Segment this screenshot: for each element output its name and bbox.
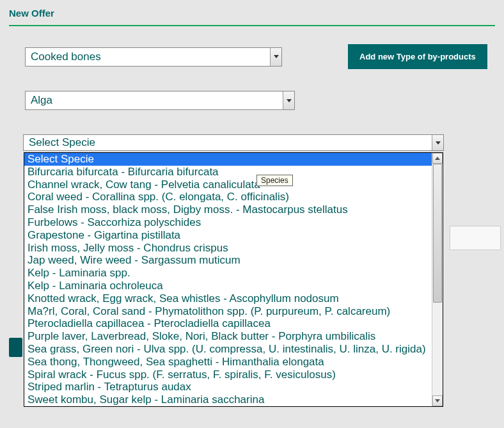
byproduct-type-select[interactable]: Cooked bones [25, 47, 282, 67]
species-option[interactable]: Select Specie [24, 153, 432, 166]
scrollbar-thumb[interactable] [433, 164, 442, 303]
byproduct-type-value: Cooked bones [26, 51, 270, 63]
species-option[interactable]: Coral weed - Corallina spp. (C. elongata… [24, 191, 432, 203]
svg-marker-2 [436, 141, 441, 145]
species-option[interactable]: Knotted wrack, Egg wrack, Sea whistles -… [24, 292, 432, 305]
species-option[interactable]: Spiral wrack - Fucus spp. (F. serratus, … [24, 369, 432, 381]
svg-marker-1 [287, 99, 292, 102]
page-title: New Offer [9, 8, 495, 25]
species-option[interactable]: Furbelows - Saccorhiza polyschides [24, 216, 432, 229]
species-select[interactable]: Select Specie [23, 134, 444, 151]
chevron-down-icon [283, 91, 294, 109]
species-option[interactable]: Sea thong, Thongweed, Sea spaghetti - Hi… [24, 356, 432, 369]
species-value: Select Specie [24, 136, 432, 149]
species-tooltip: Species [256, 175, 293, 186]
scrollbar-track[interactable] [432, 164, 443, 395]
background-panel [450, 226, 501, 250]
species-option[interactable]: Kelp - Laminaria spp. [24, 267, 432, 280]
species-option[interactable]: Pterocladiella capillacea - Pterocladiel… [24, 317, 432, 330]
species-option[interactable]: Channel wrack, Cow tang - Pelvetia canal… [24, 178, 432, 191]
species-option[interactable]: Purple laver, Laverbread, Sloke, Nori, B… [24, 330, 432, 343]
svg-marker-0 [274, 55, 279, 58]
species-option[interactable]: Sweet kombu, Sugar kelp - Laminaria sacc… [24, 393, 432, 406]
species-option[interactable]: Sea grass, Green nori - Ulva spp. (U. co… [24, 343, 432, 356]
side-accent-bar [9, 338, 22, 357]
species-option[interactable]: Bifurcaria bifurcata - Bifurcaria bifurc… [24, 166, 432, 178]
scroll-up-icon[interactable] [432, 153, 443, 164]
chevron-down-icon [270, 48, 281, 66]
add-byproduct-type-button[interactable]: Add new Type of by-products [348, 44, 487, 69]
svg-marker-3 [435, 157, 440, 160]
species-option[interactable]: Kelp - Laminaria ochroleuca [24, 280, 432, 292]
title-divider [9, 25, 495, 26]
chevron-down-icon [432, 135, 443, 150]
category-value: Alga [26, 94, 283, 107]
species-option[interactable]: Jap weed, Wire weed - Sargassum muticum [24, 254, 432, 267]
scrollbar[interactable] [432, 153, 443, 406]
category-select[interactable]: Alga [25, 91, 295, 110]
species-option[interactable]: Irish moss, Jelly moss - Chondrus crispu… [24, 242, 432, 255]
svg-marker-4 [435, 399, 440, 402]
species-option[interactable]: Ma?rl, Coral, Coral sand - Phymatolithon… [24, 305, 432, 318]
scroll-down-icon[interactable] [432, 395, 443, 406]
species-option[interactable]: Grapestone - Gigartina pistillata [24, 229, 432, 242]
species-dropdown-list[interactable]: Select SpecieBifurcaria bifurcata - Bifu… [24, 152, 443, 407]
species-option[interactable]: Striped marlin - Tetrapturus audax [24, 381, 432, 393]
species-option[interactable]: False Irish moss, black moss, Digby moss… [24, 203, 432, 216]
